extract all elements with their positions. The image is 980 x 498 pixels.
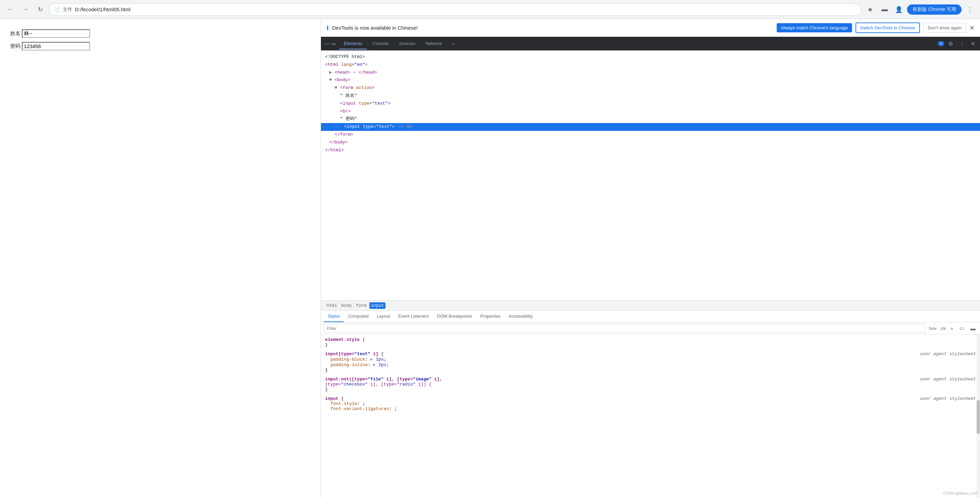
html-tree: <!DOCTYPE html> <html lang="en"> ▶ <head…: [321, 51, 980, 300]
input-text-selector: input[type="text" i] {: [325, 351, 384, 357]
update-chrome-button[interactable]: 有新版 Chrome 可用: [907, 5, 962, 15]
font-variant-ligatures-prop: font-variant-ligatures: ;: [325, 406, 976, 411]
breadcrumb-body[interactable]: body: [340, 302, 353, 309]
user-agent-comment-3: user agent stylesheet: [920, 396, 976, 401]
breadcrumb-html[interactable]: html: [325, 302, 338, 309]
settings-button[interactable]: ⚙: [946, 39, 955, 48]
tree-doctype: <!DOCTYPE html>: [321, 53, 980, 61]
styles-content: element.style { } input[type="text" i] {…: [321, 335, 980, 498]
toggle-layout-button[interactable]: ▬: [969, 325, 977, 332]
devtools-panel: ℹ DevTools is now available in Chinese! …: [321, 19, 980, 498]
tab-console[interactable]: Console: [368, 38, 394, 49]
profile-button[interactable]: 👤: [892, 3, 905, 16]
styles-tab-event-listeners[interactable]: Event Listeners: [394, 311, 433, 322]
user-agent-comment-2: user agent stylesheet: [920, 377, 976, 382]
styles-toolbar: :hov .cls + ▭ ▬: [321, 322, 980, 335]
tab-sources[interactable]: Sources: [394, 38, 420, 49]
main-area: 姓名 密码 ℹ DevTools is now available in Chi…: [0, 19, 980, 498]
scrollbar-thumb[interactable]: [977, 400, 980, 434]
issues-badge: 2: [938, 41, 944, 46]
tree-text-pw: " 密码": [321, 115, 980, 123]
reload-button[interactable]: ↻: [34, 3, 46, 16]
tab-elements[interactable]: Elements: [339, 38, 367, 49]
name-label: 姓名: [10, 30, 21, 37]
notification-text: DevTools is now available in Chinese!: [332, 25, 773, 31]
menu-button[interactable]: ⋮: [964, 3, 976, 16]
devtools-tab-icons: 2 ⚙ ⋮ ✕: [938, 39, 977, 48]
inspect-cursor-icon[interactable]: ⸻: [324, 40, 330, 48]
filter-input[interactable]: [324, 324, 926, 333]
font-style-prop: font-style: ;: [325, 401, 976, 406]
tree-body-close: </body>: [321, 139, 980, 147]
add-style-button[interactable]: +: [949, 325, 955, 332]
info-icon: ℹ: [326, 24, 329, 32]
name-input[interactable]: [22, 29, 90, 38]
lock-icon: 📄: [54, 7, 60, 12]
close-devtools-button[interactable]: ✕: [969, 39, 977, 48]
padding-inline-prop: padding-inline: ▶ 2px;: [325, 362, 976, 368]
name-row: 姓名: [10, 29, 310, 38]
styles-tab-layout[interactable]: Layout: [372, 311, 394, 322]
element-style-rule: element.style { }: [325, 337, 976, 347]
tab-network[interactable]: Network: [421, 38, 447, 49]
input-not-rule: input:not([type="file" i], [type="image"…: [325, 377, 976, 392]
bookmark-button[interactable]: ★: [864, 3, 876, 16]
toolbar-right: ★ ▬ 👤 有新版 Chrome 可用 ⋮: [864, 3, 976, 16]
styles-tab-accessibility[interactable]: Accessibility: [504, 311, 537, 322]
tree-br: <br>: [321, 108, 980, 116]
watermark: CSDN @Alleen_0v0: [943, 491, 977, 495]
input-rule: input { user agent stylesheet font-style…: [325, 396, 976, 411]
input-not-selector: input:not([type="file" i], [type="image"…: [325, 377, 442, 382]
element-style-selector: element.style {: [325, 337, 365, 342]
notification-close-button[interactable]: ✕: [969, 24, 975, 32]
devtools-tabs: ⸻ ▭ Elements Console Sources Network » 2…: [321, 37, 980, 51]
tree-input-text[interactable]: <input type="text">: [321, 100, 980, 108]
styles-tab-computed[interactable]: Computed: [344, 311, 372, 322]
device-toolbar-icon[interactable]: ▭: [332, 40, 336, 48]
input-type-text-rule: input[type="text" i] { user agent styles…: [325, 351, 976, 373]
cls-label[interactable]: .cls: [939, 326, 946, 331]
devtools-bottom: html body form input Styles Computed Lay…: [321, 300, 980, 498]
tree-html[interactable]: <html lang="en">: [321, 61, 980, 69]
user-agent-comment-1: user agent stylesheet: [920, 351, 976, 357]
styles-tabs: Styles Computed Layout Event Listeners D…: [321, 311, 980, 322]
more-options-button[interactable]: ⋮: [957, 39, 967, 48]
file-label: 文件: [63, 6, 72, 13]
devtools-notification: ℹ DevTools is now available in Chinese! …: [321, 19, 980, 37]
browser-chrome: ← → ↻ 📄 文件 D:/fecode01/html05.html ★ ▬ 👤…: [0, 0, 980, 19]
ellipsis-icon: ⋯: [335, 124, 337, 130]
tree-text-name: " 姓名": [321, 92, 980, 100]
match-language-button[interactable]: Always match Chrome's language: [777, 23, 852, 32]
url-text: D:/fecode01/html05.html: [75, 6, 130, 12]
breadcrumb-bar: html body form input: [321, 301, 980, 311]
tree-head[interactable]: ▶ <head> ⋯ </head>: [321, 69, 980, 77]
password-row: 密码: [10, 42, 310, 51]
back-button[interactable]: ←: [4, 3, 16, 16]
address-bar[interactable]: 📄 文件 D:/fecode01/html05.html: [49, 3, 861, 16]
styles-tab-dom-breakpoints[interactable]: DOM Breakpoints: [433, 311, 476, 322]
tree-form-close: </form>: [321, 131, 980, 139]
tree-html-close: </html>: [321, 147, 980, 154]
styles-tab-properties[interactable]: Properties: [476, 311, 504, 322]
input-selector: input {: [325, 396, 344, 401]
password-label: 密码: [10, 43, 21, 49]
dont-show-button[interactable]: Don't show again: [923, 23, 966, 33]
breadcrumb-input[interactable]: input: [369, 302, 385, 309]
tab-more[interactable]: »: [447, 38, 459, 49]
scrollbar-track[interactable]: [977, 335, 980, 498]
styles-tab-styles[interactable]: Styles: [324, 311, 344, 322]
forward-button[interactable]: →: [19, 3, 31, 16]
page-content: 姓名 密码: [0, 19, 321, 498]
padding-block-prop: padding-block: ▶ 1px;: [325, 357, 976, 362]
tree-input-pw[interactable]: ⋯ <input type="text"> == $0: [321, 123, 980, 131]
pseudo-state-label[interactable]: :hov: [928, 326, 937, 331]
tree-body[interactable]: ▼ <body>: [321, 76, 980, 84]
toggle-box-model-button[interactable]: ▭: [958, 325, 966, 332]
tree-form[interactable]: ▼ <form action>: [321, 84, 980, 92]
breadcrumb-form[interactable]: form: [355, 302, 368, 309]
switch-devtools-button[interactable]: Switch DevTools to Chinese: [856, 22, 920, 33]
password-input[interactable]: [22, 42, 90, 51]
extensions-button[interactable]: ▬: [878, 3, 891, 16]
